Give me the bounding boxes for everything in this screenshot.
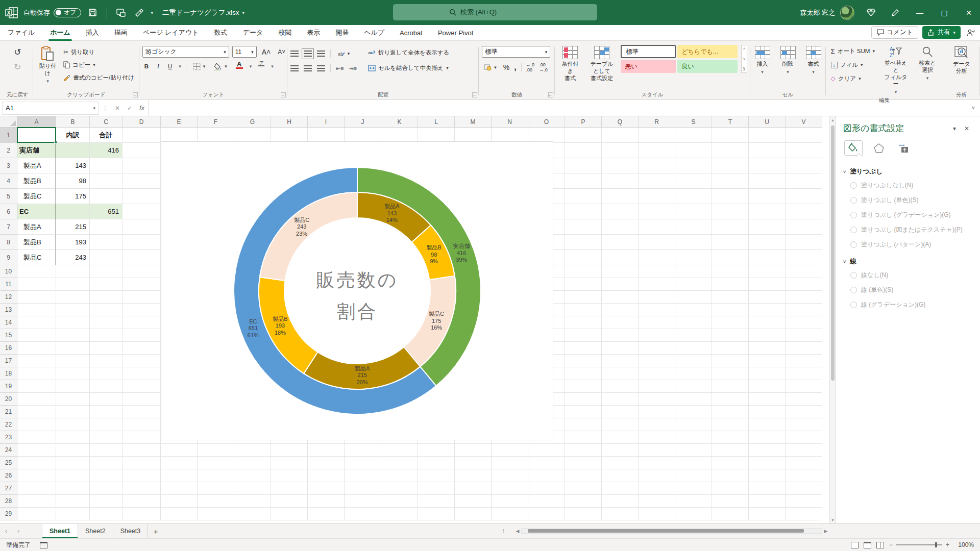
cell-C20[interactable] bbox=[90, 393, 122, 406]
cell-F25[interactable] bbox=[198, 457, 234, 469]
cell-J25[interactable] bbox=[345, 457, 381, 469]
cell-A20[interactable] bbox=[17, 393, 56, 406]
cell-A3[interactable]: 製品A bbox=[17, 158, 56, 173]
row-header-26[interactable]: 26 bbox=[0, 469, 17, 482]
cell-N28[interactable] bbox=[492, 495, 528, 508]
cell-G27[interactable] bbox=[234, 482, 271, 495]
cell-S4[interactable] bbox=[675, 173, 712, 189]
cell-E24[interactable] bbox=[161, 444, 198, 457]
find-select-button[interactable]: 検索と 選択▾ bbox=[915, 44, 940, 83]
cell-K29[interactable] bbox=[381, 508, 418, 520]
row-header-6[interactable]: 6 bbox=[0, 204, 17, 219]
cell-R29[interactable] bbox=[639, 508, 675, 520]
autosum-button[interactable]: Σオート SUM▾ bbox=[829, 45, 877, 57]
cell-A25[interactable] bbox=[17, 457, 56, 469]
vertical-scroll-thumb[interactable] bbox=[831, 126, 835, 381]
clear-button[interactable]: ◇クリア▾ bbox=[829, 73, 877, 84]
cell-U26[interactable] bbox=[749, 469, 786, 482]
cell-A16[interactable] bbox=[17, 342, 56, 355]
maximize-button[interactable]: ▢ bbox=[933, 0, 955, 25]
cell-T17[interactable] bbox=[712, 355, 749, 367]
cell-L26[interactable] bbox=[418, 469, 455, 482]
ribbon-tab-開発[interactable]: 開発 bbox=[328, 25, 356, 41]
cell-U28[interactable] bbox=[749, 495, 786, 508]
search-box[interactable]: 検索 (Alt+Q) bbox=[393, 4, 597, 20]
cell-R26[interactable] bbox=[639, 469, 675, 482]
cell-U24[interactable] bbox=[749, 444, 786, 457]
cell-T26[interactable] bbox=[712, 469, 749, 482]
cell-J28[interactable] bbox=[345, 495, 381, 508]
feedback-pen-icon[interactable] bbox=[884, 0, 906, 25]
cell-V26[interactable] bbox=[786, 469, 822, 482]
cell-A23[interactable] bbox=[17, 431, 56, 444]
cell-Q29[interactable] bbox=[602, 508, 639, 520]
cell-A29[interactable] bbox=[17, 508, 56, 520]
cell-D7[interactable] bbox=[122, 219, 161, 235]
alignment-dialog-launcher[interactable]: ⌐ bbox=[472, 92, 477, 97]
cancel-entry-icon[interactable]: ✕ bbox=[111, 105, 124, 112]
cell-R15[interactable] bbox=[639, 329, 675, 342]
cell-Q26[interactable] bbox=[602, 469, 639, 482]
col-header-K[interactable]: K bbox=[381, 116, 418, 128]
cell-H25[interactable] bbox=[271, 457, 308, 469]
cell-I26[interactable] bbox=[308, 469, 345, 482]
ribbon-tab-ファイル[interactable]: ファイル bbox=[0, 25, 42, 41]
col-header-S[interactable]: S bbox=[675, 116, 712, 128]
cell-U18[interactable] bbox=[749, 367, 786, 380]
cell-H27[interactable] bbox=[271, 482, 308, 495]
cell-F29[interactable] bbox=[198, 508, 234, 520]
cell-V6[interactable] bbox=[786, 204, 822, 219]
row-header-15[interactable]: 15 bbox=[0, 329, 17, 342]
cell-B17[interactable] bbox=[56, 355, 90, 367]
cell-P24[interactable] bbox=[565, 444, 602, 457]
row-header-19[interactable]: 19 bbox=[0, 380, 17, 393]
cell-S27[interactable] bbox=[675, 482, 712, 495]
borders-button[interactable]: ▾ bbox=[191, 61, 208, 72]
cell-I29[interactable] bbox=[308, 508, 345, 520]
cell-D10[interactable] bbox=[122, 265, 161, 278]
row-header-9[interactable]: 9 bbox=[0, 250, 17, 265]
cell-D3[interactable] bbox=[122, 158, 161, 173]
paste-button[interactable]: 貼り付け ▾ bbox=[36, 44, 59, 86]
cell-B6[interactable] bbox=[56, 204, 90, 219]
cell-T18[interactable] bbox=[712, 367, 749, 380]
col-header-B[interactable]: B bbox=[56, 116, 90, 128]
tab-fill-line[interactable] bbox=[844, 140, 863, 156]
cell-D26[interactable] bbox=[122, 469, 161, 482]
formulabar-expand-icon[interactable]: ˅ bbox=[967, 105, 980, 111]
cell-V28[interactable] bbox=[786, 495, 822, 508]
col-header-E[interactable]: E bbox=[161, 116, 198, 128]
align-center-icon[interactable] bbox=[304, 65, 312, 72]
cell-D18[interactable] bbox=[122, 367, 161, 380]
insert-cells-button[interactable]: 挿入▾ bbox=[752, 44, 773, 77]
cell-U19[interactable] bbox=[749, 380, 786, 393]
cell-A5[interactable]: 製品C bbox=[17, 189, 56, 204]
cell-V25[interactable] bbox=[786, 457, 822, 469]
cell-C2[interactable]: 416 bbox=[90, 143, 122, 158]
cell-N26[interactable] bbox=[492, 469, 528, 482]
cell-Q9[interactable] bbox=[602, 250, 639, 265]
minimize-button[interactable]: — bbox=[909, 0, 931, 25]
col-header-Q[interactable]: Q bbox=[602, 116, 639, 128]
cell-U1[interactable] bbox=[749, 128, 786, 143]
cell-H24[interactable] bbox=[271, 444, 308, 457]
cell-D6[interactable] bbox=[122, 204, 161, 219]
cell-P3[interactable] bbox=[565, 158, 602, 173]
scroll-right-icon[interactable]: ▶ bbox=[822, 529, 829, 534]
cell-Q16[interactable] bbox=[602, 342, 639, 355]
cell-P22[interactable] bbox=[565, 418, 602, 431]
fill-button[interactable]: ↓フィル▾ bbox=[829, 59, 877, 70]
cell-T1[interactable] bbox=[712, 128, 749, 143]
cell-V12[interactable] bbox=[786, 291, 822, 304]
cell-V21[interactable] bbox=[786, 406, 822, 418]
option-塗りつぶし (グラデーション)(G)[interactable]: 塗りつぶし (グラデーション)(G) bbox=[850, 211, 973, 219]
meet-now-icon[interactable] bbox=[860, 0, 882, 25]
cell-D13[interactable] bbox=[122, 304, 161, 316]
row-header-21[interactable]: 21 bbox=[0, 406, 17, 418]
cell-P4[interactable] bbox=[565, 173, 602, 189]
cell-B29[interactable] bbox=[56, 508, 90, 520]
cell-C21[interactable] bbox=[90, 406, 122, 418]
cell-D8[interactable] bbox=[122, 235, 161, 250]
sheet-tab-Sheet2[interactable]: Sheet2 bbox=[78, 524, 113, 538]
cell-H26[interactable] bbox=[271, 469, 308, 482]
